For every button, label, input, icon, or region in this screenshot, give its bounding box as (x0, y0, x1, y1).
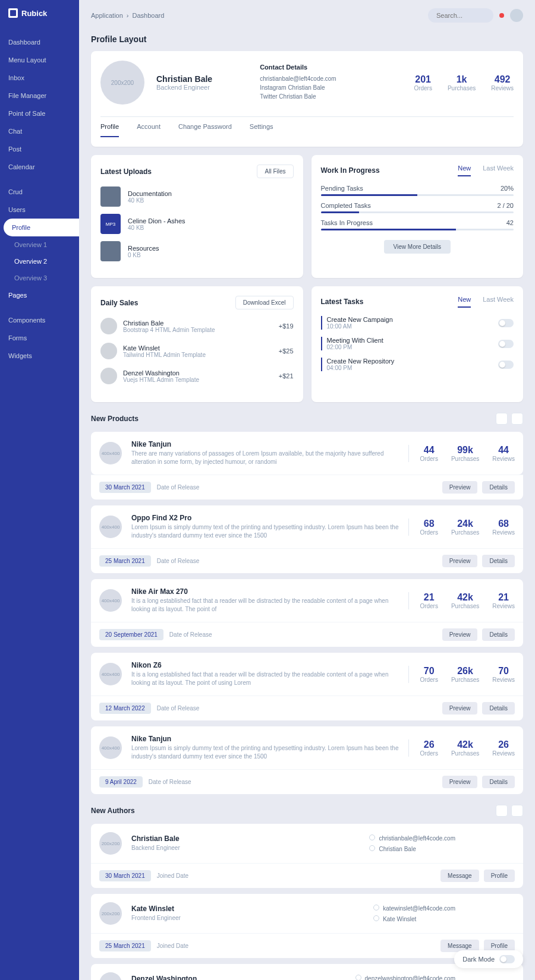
date-badge: 25 March 2021 (99, 940, 151, 951)
details-button[interactable]: Details (482, 702, 515, 715)
product-item: 400x400Nike Air Max 270It is a long esta… (91, 579, 523, 622)
nav-item[interactable]: Menu Layout (0, 51, 79, 69)
product-image: 400x400 (99, 663, 122, 685)
product-footer: 30 March 2021Date of ReleasePreviewDetai… (91, 475, 523, 500)
user-avatar[interactable] (510, 9, 523, 22)
mail-icon (355, 975, 361, 980)
product-image: 400x400 (99, 736, 122, 759)
preview-button[interactable]: Preview (442, 702, 478, 715)
bc-page[interactable]: Dashboard (133, 12, 165, 19)
nav-item[interactable]: Calendar (0, 158, 79, 176)
contact-instagram: Instagram Christian Bale (260, 84, 336, 91)
profile-image: 200x200 (100, 61, 144, 105)
task-toggle[interactable] (498, 340, 514, 348)
file-icon (100, 186, 121, 207)
dark-mode-toggle[interactable]: Dark Mode (454, 950, 523, 968)
task-tab[interactable]: Last Week (483, 296, 514, 308)
wip-title: Work In Progress (321, 166, 380, 175)
file-item[interactable]: Resources0 KB (100, 241, 294, 261)
preview-button[interactable]: Preview (442, 481, 478, 494)
uploads-title: Latest Uploads (100, 167, 152, 176)
download-excel-button[interactable]: Download Excel (235, 296, 294, 309)
wip-tab[interactable]: Last Week (483, 165, 514, 176)
logo-icon (8, 8, 18, 18)
nav-sub-item[interactable]: Overview 3 (0, 270, 79, 286)
toggle-switch[interactable] (499, 955, 515, 963)
task-toggle[interactable] (498, 361, 514, 369)
preview-button[interactable]: Preview (442, 628, 478, 641)
date-badge: 25 March 2021 (99, 555, 151, 567)
author-footer: 30 March 2021Joined DateMessageProfile (91, 863, 523, 888)
nav-item[interactable]: Profile (4, 219, 79, 236)
products-prev-button[interactable] (496, 413, 508, 425)
mail-icon (373, 905, 379, 911)
preview-button[interactable]: Preview (442, 776, 478, 788)
nav-item[interactable]: Point of Sale (0, 105, 79, 122)
nav-item[interactable]: Components (0, 311, 79, 329)
date-badge: 30 March 2021 (99, 870, 151, 881)
product-item: 400x400Nike TanjunLorem Ipsum is simply … (91, 726, 523, 769)
sales-title: Daily Sales (100, 299, 138, 307)
file-item[interactable]: Documentation40 KB (100, 186, 294, 207)
profile-name: Christian Bale (156, 74, 212, 84)
nav-item[interactable]: Pages (0, 286, 79, 304)
nav-item[interactable]: Widgets (0, 347, 79, 365)
nav-item[interactable]: Post (0, 140, 79, 158)
product-image: 400x400 (99, 589, 122, 612)
author-item: 200x200Christian BaleBackend Engineerchr… (91, 824, 523, 863)
main: Application › Dashboard Profile Layout 2… (79, 0, 535, 980)
profile-card: 200x200 Christian Bale Backend Engineer … (91, 51, 523, 147)
nav-item[interactable]: Dashboard (0, 33, 79, 51)
nav-item[interactable]: Crud (0, 183, 79, 201)
wip-tab[interactable]: New (458, 165, 471, 176)
nav-item[interactable]: Inbox (0, 69, 79, 87)
products-title: New Products (91, 415, 139, 423)
profile-button[interactable]: Profile (484, 870, 515, 882)
task-toggle[interactable] (498, 319, 514, 327)
task-row: Meeting With Client02:00 PM (321, 337, 514, 350)
preview-button[interactable]: Preview (442, 555, 478, 567)
progress-row: Completed Tasks2 / 20 (321, 202, 514, 209)
sale-row: Christian BaleBootstrap 4 HTML Admin Tem… (100, 318, 294, 334)
task-row: Create New Campaign10:00 AM (321, 316, 514, 330)
product-image: 400x400 (99, 516, 122, 538)
bc-app[interactable]: Application (91, 12, 123, 19)
profile-tab[interactable]: Account (137, 117, 160, 137)
nav: DashboardMenu LayoutInboxFile ManagerPoi… (0, 33, 79, 365)
authors-prev-button[interactable] (496, 805, 508, 817)
tasks-card: Latest Tasks NewLast Week Create New Cam… (311, 286, 524, 402)
dark-mode-label: Dark Mode (462, 956, 495, 963)
file-item[interactable]: MP3Celine Dion - Ashes40 KB (100, 214, 294, 234)
profile-tab[interactable]: Change Password (178, 117, 232, 137)
nav-sub-item[interactable]: Overview 2 (0, 253, 79, 270)
products-next-button[interactable] (511, 413, 523, 425)
details-button[interactable]: Details (482, 555, 515, 567)
sales-card: Daily Sales Download Excel Christian Bal… (91, 286, 303, 402)
mail-icon (369, 834, 375, 840)
nav-item[interactable]: File Manager (0, 87, 79, 105)
nav-item[interactable]: Users (0, 201, 79, 219)
details-button[interactable]: Details (482, 628, 515, 641)
search-input[interactable] (428, 8, 493, 23)
author-item: 200x200Kate WinsletFrontend Engineerkate… (91, 894, 523, 933)
user-icon (373, 915, 379, 921)
authors-next-button[interactable] (511, 805, 523, 817)
message-button[interactable]: Message (440, 870, 479, 882)
logo[interactable]: Rubick (0, 5, 79, 21)
details-button[interactable]: Details (482, 776, 515, 788)
stat: 201Orders (414, 74, 432, 91)
profile-tab[interactable]: Profile (100, 117, 119, 137)
nav-item[interactable]: Forms (0, 329, 79, 347)
date-badge: 12 March 2022 (99, 703, 151, 714)
view-more-button[interactable]: View More Details (384, 240, 451, 254)
nav-item[interactable]: Chat (0, 122, 79, 140)
profile-role: Backend Engineer (156, 84, 212, 91)
details-button[interactable]: Details (482, 481, 515, 494)
brand-text: Rubick (21, 9, 47, 18)
wip-card: Work In Progress NewLast Week Pending Ta… (311, 155, 524, 278)
notification-dot[interactable] (499, 13, 504, 18)
all-files-button[interactable]: All Files (257, 165, 293, 178)
nav-sub-item[interactable]: Overview 1 (0, 236, 79, 253)
task-tab[interactable]: New (458, 296, 471, 308)
profile-tab[interactable]: Settings (250, 117, 273, 137)
